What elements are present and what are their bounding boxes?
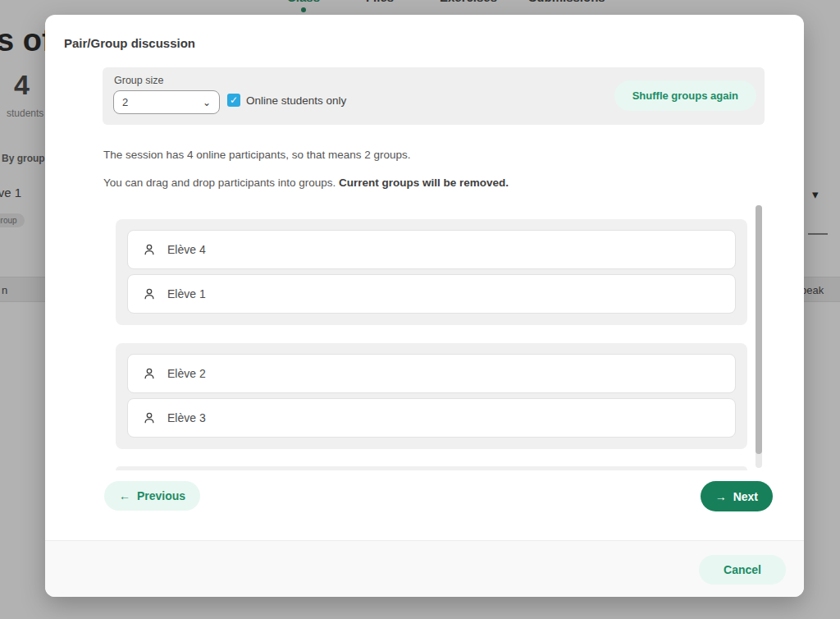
scrollbar-track[interactable] <box>756 205 762 468</box>
participant-card[interactable]: Elève 1 <box>127 274 736 314</box>
select-chevron-icon: ⌄ <box>203 97 211 108</box>
drag-drop-info-text: You can drag and drop participants into … <box>103 177 509 189</box>
participant-name: Elève 3 <box>167 411 206 424</box>
drag-drop-info-bold: Current groups will be removed. <box>339 177 509 189</box>
session-info-text: The session has 4 online participants, s… <box>103 149 410 161</box>
cancel-button[interactable]: Cancel <box>699 555 786 585</box>
pair-group-discussion-modal: Pair/Group discussion Group size 2 ⌄ ✓ O… <box>45 15 804 597</box>
scrollbar-thumb[interactable] <box>756 205 762 454</box>
participant-name: Elève 1 <box>167 287 206 300</box>
modal-title: Pair/Group discussion <box>64 36 195 50</box>
participant-name: Elève 4 <box>167 243 206 256</box>
person-icon <box>142 287 157 301</box>
group-size-label: Group size <box>114 75 163 86</box>
previous-button[interactable]: ← Previous <box>104 481 200 511</box>
shuffle-groups-button[interactable]: Shuffle groups again <box>614 80 756 111</box>
modal-footer: Cancel <box>45 540 804 597</box>
person-icon <box>142 242 157 257</box>
arrow-right-icon: → <box>715 490 727 503</box>
participant-card[interactable]: Elève 2 <box>127 354 736 393</box>
drag-drop-info-normal: You can drag and drop participants into … <box>103 177 339 189</box>
participant-name: Elève 2 <box>167 367 206 380</box>
group-size-value: 2 <box>122 96 128 108</box>
arrow-left-icon: ← <box>119 489 130 502</box>
next-button[interactable]: → Next <box>701 481 773 511</box>
person-icon <box>142 410 157 425</box>
online-students-checkbox[interactable]: ✓ <box>227 94 240 107</box>
group-3-dropzone-partial <box>116 466 747 470</box>
next-button-label: Next <box>733 490 758 503</box>
group-2-dropzone[interactable]: Elève 2 Elève 3 <box>116 343 747 449</box>
previous-button-label: Previous <box>137 489 185 502</box>
person-icon <box>142 366 157 381</box>
participant-card[interactable]: Elève 3 <box>127 398 736 438</box>
group-size-select[interactable]: 2 ⌄ <box>113 90 220 114</box>
participant-card[interactable]: Elève 4 <box>127 230 736 269</box>
group-1-dropzone[interactable]: Elève 4 Elève 1 <box>116 219 747 325</box>
online-students-label: Online students only <box>246 94 346 107</box>
online-students-row: ✓ Online students only <box>227 94 346 107</box>
group-controls-panel: Group size 2 ⌄ ✓ Online students only Sh… <box>103 67 765 125</box>
